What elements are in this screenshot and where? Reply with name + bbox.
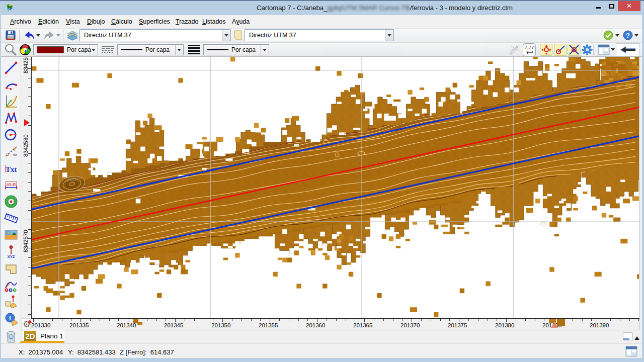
svg-text:Txt: Txt bbox=[6, 165, 17, 173]
svg-text:∞: ∞ bbox=[13, 151, 17, 157]
svg-text:3: 3 bbox=[14, 289, 15, 292]
svg-text:121.45: 121.45 bbox=[7, 183, 16, 186]
svg-text:7,77: 7,77 bbox=[525, 44, 534, 50]
svg-text:XYZ: XYZ bbox=[8, 254, 15, 259]
svg-text:2: 2 bbox=[10, 289, 11, 292]
svg-text:1: 1 bbox=[6, 289, 7, 292]
svg-text:?: ? bbox=[626, 32, 630, 39]
